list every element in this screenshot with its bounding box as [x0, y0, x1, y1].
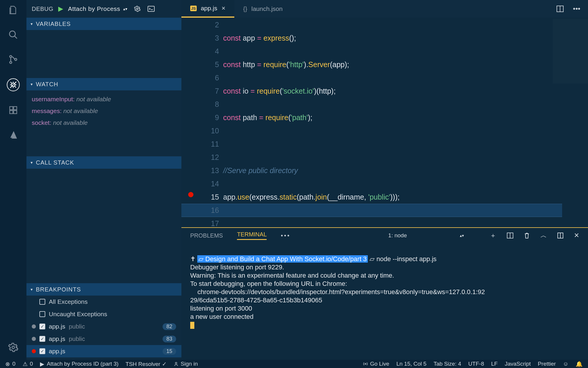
svg-point-2: [10, 61, 12, 63]
checkbox[interactable]: ✓: [39, 348, 45, 354]
close-icon[interactable]: ✕: [221, 5, 225, 11]
checkbox[interactable]: ✓: [39, 324, 45, 329]
svg-point-20: [365, 363, 366, 364]
debug-header: DEBUG ▶ Attach by Process ▴▾: [26, 0, 181, 18]
terminal-split-icon[interactable]: [507, 233, 513, 238]
terminal-cursor: [190, 322, 194, 329]
status-tsh[interactable]: TSH Resolver ✓: [126, 361, 167, 367]
bp-uncaught-exceptions[interactable]: Uncaught Exceptions: [26, 308, 181, 320]
debug-sidebar: DEBUG ▶ Attach by Process ▴▾ ▾VARIABLES …: [26, 0, 181, 360]
watch-item[interactable]: messages: not available: [32, 105, 176, 117]
debug-console-icon[interactable]: [148, 6, 155, 12]
status-cursor-pos[interactable]: Ln 15, Col 5: [396, 361, 426, 367]
source-control-icon[interactable]: [7, 54, 19, 65]
tab-app-js[interactable]: JS app.js ✕: [181, 0, 234, 18]
explorer-icon[interactable]: [7, 4, 19, 16]
callstack-header[interactable]: ▾CALL STACK: [26, 156, 181, 169]
terminal-trash-icon[interactable]: [524, 232, 530, 239]
checkbox[interactable]: ✓: [39, 336, 45, 342]
terminal-output[interactable]: ✝ ▱ Design and Build a Chat App With Soc…: [181, 243, 588, 360]
bp-item[interactable]: ✓app.jspublic82: [26, 320, 181, 333]
js-icon: JS: [190, 6, 197, 11]
bp-dot-icon: [32, 324, 36, 329]
bp-all-exceptions[interactable]: All Exceptions: [26, 296, 181, 308]
json-icon: {}: [243, 5, 247, 12]
azure-icon[interactable]: [7, 129, 19, 141]
more-icon[interactable]: •••: [573, 5, 580, 13]
code-editor[interactable]: 2345 6789 10111213 14151617 const app = …: [181, 18, 588, 227]
svg-rect-8: [10, 110, 13, 114]
status-bell-icon[interactable]: 🔔: [576, 361, 583, 367]
split-editor-icon[interactable]: [557, 6, 564, 12]
run-icon[interactable]: ▶: [58, 5, 64, 13]
svg-rect-9: [14, 110, 17, 114]
editor-area: JS app.js ✕ {} launch.json •••: [181, 0, 588, 360]
panel-overflow-icon[interactable]: •••: [281, 232, 290, 239]
debug-icon[interactable]: [7, 78, 20, 91]
bp-item[interactable]: ✓app.js15: [26, 345, 181, 357]
svg-point-3: [15, 58, 17, 60]
status-warnings[interactable]: ⚠ 0: [23, 361, 33, 367]
bp-item[interactable]: ✓app.jspublic83: [26, 333, 181, 345]
bp-dot-icon: [32, 349, 36, 353]
status-encoding[interactable]: UTF-8: [468, 361, 484, 367]
bottom-panel: PROBLEMS TERMINAL ••• 1: node▴▾ ＋ ︿ ✕ ✝ …: [181, 227, 588, 360]
panel-chevron-up-icon[interactable]: ︿: [540, 231, 547, 240]
terminal-add-icon[interactable]: ＋: [490, 231, 496, 240]
watch-item[interactable]: usernameInput: not available: [32, 93, 176, 105]
status-golive[interactable]: Go Live: [363, 361, 389, 367]
svg-point-1: [10, 56, 12, 58]
debug-config-select[interactable]: Attach by Process ▴▾: [68, 5, 128, 12]
panel-close-icon[interactable]: ✕: [574, 232, 579, 239]
settings-gear-icon[interactable]: [7, 342, 19, 353]
svg-point-0: [9, 31, 15, 37]
panel-maximize-icon[interactable]: [557, 233, 563, 238]
bp-dot-icon: [32, 337, 36, 341]
status-prettier[interactable]: Prettier: [538, 361, 556, 367]
svg-point-19: [175, 362, 177, 364]
terminal-select[interactable]: 1: node▴▾: [388, 232, 464, 239]
breakpoint-glyph[interactable]: [188, 192, 193, 197]
watch-item[interactable]: socket: not available: [32, 117, 176, 129]
status-tabsize[interactable]: Tab Size: 4: [434, 361, 461, 367]
checkbox[interactable]: [39, 311, 45, 317]
panel-tab-terminal[interactable]: TERMINAL: [237, 231, 267, 240]
status-feedback-icon[interactable]: ☺: [563, 361, 569, 367]
gear-icon[interactable]: [134, 6, 141, 12]
breakpoints-header[interactable]: ▾BREAKPOINTS: [26, 283, 181, 296]
status-signin[interactable]: Sign in: [174, 361, 198, 367]
code-content[interactable]: const app = express(); const http = requ…: [223, 18, 588, 227]
debug-label: DEBUG: [32, 6, 54, 12]
svg-rect-6: [10, 107, 13, 110]
svg-point-10: [12, 346, 15, 349]
tab-launch-json[interactable]: {} launch.json: [234, 0, 291, 18]
panel-tabs: PROBLEMS TERMINAL ••• 1: node▴▾ ＋ ︿ ✕: [181, 228, 588, 243]
checkbox[interactable]: [39, 299, 45, 305]
minimap[interactable]: [553, 19, 588, 84]
svg-rect-12: [148, 6, 154, 11]
status-language[interactable]: JavaScript: [505, 361, 531, 367]
activity-bar: [0, 0, 26, 360]
tab-bar: JS app.js ✕ {} launch.json •••: [181, 0, 588, 18]
search-icon[interactable]: [7, 29, 19, 41]
status-debug-target[interactable]: ▶ Attach by Process ID (part 3): [40, 361, 118, 367]
panel-tab-problems[interactable]: PROBLEMS: [190, 232, 223, 239]
extensions-icon[interactable]: [7, 104, 19, 116]
status-bar: ⊗ 0 ⚠ 0 ▶ Attach by Process ID (part 3) …: [0, 360, 588, 368]
variables-header[interactable]: ▾VARIABLES: [26, 18, 181, 30]
glyph-margin: [181, 18, 200, 227]
status-errors[interactable]: ⊗ 0: [5, 361, 16, 367]
line-numbers: 2345 6789 10111213 14151617: [200, 18, 223, 227]
watch-body: usernameInput: not available messages: n…: [26, 90, 181, 133]
status-eol[interactable]: LF: [491, 361, 497, 367]
watch-header[interactable]: ▾WATCH: [26, 78, 181, 90]
svg-point-11: [136, 8, 138, 10]
svg-rect-7: [14, 107, 17, 110]
